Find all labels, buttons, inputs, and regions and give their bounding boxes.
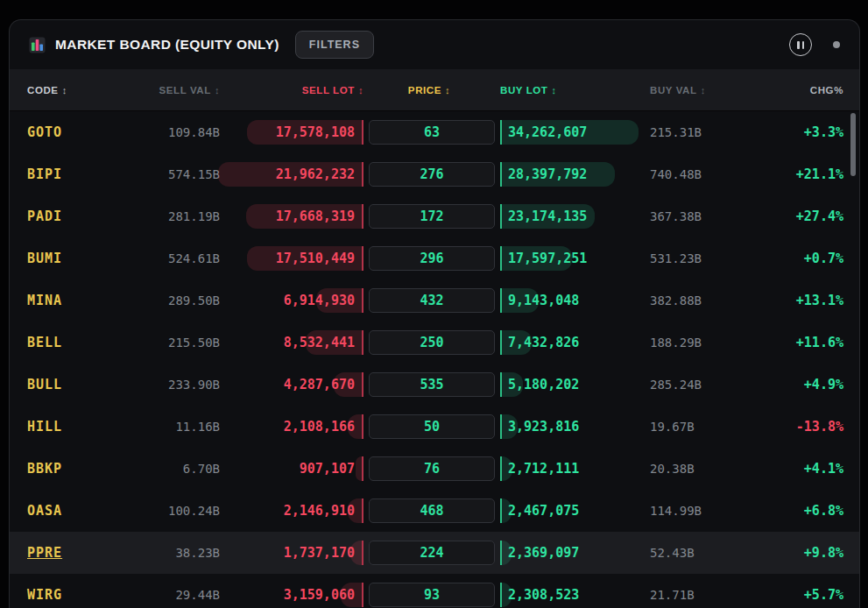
sell-lot-cell: 17,578,108 xyxy=(220,120,363,145)
buy-lot-cell: 2,712,111 xyxy=(500,456,637,481)
table-row[interactable]: OASA 100.24B 2,146,910 468 2,467,075 114… xyxy=(10,490,859,532)
sell-lot-value: 1,737,170 xyxy=(284,541,355,565)
buy-lot-cell: 3,923,816 xyxy=(500,414,637,439)
stock-code-link[interactable]: PPRE xyxy=(20,545,118,561)
column-header-sell-lot[interactable]: SELL LOT ↕ xyxy=(220,85,363,95)
price-value[interactable]: 250 xyxy=(369,330,495,355)
stock-code-link[interactable]: BBKP xyxy=(20,461,118,477)
buy-divider-line xyxy=(500,414,502,439)
price-cell[interactable]: 93 xyxy=(363,583,495,607)
vertical-scrollbar[interactable] xyxy=(850,113,856,604)
table-row[interactable]: BUMI 524.61B 17,510,449 296 17,597,251 5… xyxy=(10,237,859,279)
sell-lot-value: 2,146,910 xyxy=(284,498,355,523)
stock-code-link[interactable]: BIPI xyxy=(20,166,118,182)
chg-cell: +13.1% xyxy=(755,293,843,308)
stock-code-link[interactable]: WIRG xyxy=(20,587,118,603)
sell-val-cell: 281.19B xyxy=(118,209,220,223)
price-cell[interactable]: 250 xyxy=(363,330,495,355)
table-row[interactable]: GOTO 109.84B 17,578,108 63 34,262,607 21… xyxy=(10,111,859,153)
buy-lot-value: 2,369,097 xyxy=(508,541,579,565)
stock-code-link[interactable]: HILL xyxy=(20,419,118,435)
buy-val-cell: 285.24B xyxy=(637,378,755,392)
table-row[interactable]: BELL 215.50B 8,532,441 250 7,432,826 188… xyxy=(10,322,859,364)
price-value[interactable]: 93 xyxy=(369,583,495,607)
price-cell[interactable]: 224 xyxy=(363,541,495,565)
table-row[interactable]: HILL 11.16B 2,108,166 50 3,923,816 19.67… xyxy=(10,406,859,448)
market-rows: GOTO 109.84B 17,578,108 63 34,262,607 21… xyxy=(10,111,859,608)
sell-divider-line xyxy=(362,330,363,355)
scrollbar-thumb[interactable] xyxy=(850,113,856,176)
filters-button[interactable]: FILTERS xyxy=(295,31,374,59)
price-cell[interactable]: 172 xyxy=(363,204,495,229)
bar-chart-icon xyxy=(29,37,46,53)
column-header-chg: CHG% xyxy=(755,85,843,95)
price-cell[interactable]: 276 xyxy=(363,162,495,187)
price-value[interactable]: 224 xyxy=(369,541,495,565)
buy-lot-value: 23,174,135 xyxy=(508,204,587,229)
buy-val-cell: 20.38B xyxy=(637,462,755,476)
buy-divider-line xyxy=(500,330,502,355)
price-value[interactable]: 50 xyxy=(369,414,495,439)
stock-code-link[interactable]: PADI xyxy=(20,209,118,224)
chg-cell: +27.4% xyxy=(755,209,843,224)
buy-lot-cell: 7,432,826 xyxy=(500,330,637,355)
buy-val-cell: 114.99B xyxy=(637,504,755,518)
column-header-code[interactable]: CODE ↕ xyxy=(20,85,118,95)
buy-lot-value: 3,923,816 xyxy=(508,414,579,439)
stock-code-link[interactable]: GOTO xyxy=(20,124,118,140)
table-row[interactable]: MINA 289.50B 6,914,930 432 9,143,048 382… xyxy=(10,279,859,322)
table-row[interactable]: PADI 281.19B 17,668,319 172 23,174,135 3… xyxy=(10,195,859,237)
price-cell[interactable]: 296 xyxy=(363,246,495,271)
table-row[interactable]: PPRE 38.23B 1,737,170 224 2,369,097 52.4… xyxy=(10,532,859,574)
buy-divider-line xyxy=(500,372,502,397)
sell-divider-line xyxy=(362,246,363,271)
sell-divider-line xyxy=(362,456,363,481)
sell-divider-line xyxy=(362,204,363,229)
price-cell[interactable]: 468 xyxy=(363,498,495,523)
buy-lot-value: 28,397,792 xyxy=(508,162,587,187)
column-header-buy-val[interactable]: BUY VAL ↕ xyxy=(637,85,755,95)
buy-lot-cell: 34,262,607 xyxy=(500,120,637,145)
buy-lot-cell: 5,180,202 xyxy=(500,372,637,397)
price-value[interactable]: 468 xyxy=(369,498,495,523)
buy-divider-line xyxy=(500,498,502,523)
pause-icon[interactable] xyxy=(789,33,812,56)
sell-val-cell: 109.84B xyxy=(118,125,220,139)
sell-lot-value: 8,532,441 xyxy=(284,330,355,355)
stock-code-link[interactable]: MINA xyxy=(20,293,118,308)
table-row[interactable]: BULL 233.90B 4,287,670 535 5,180,202 285… xyxy=(10,364,859,406)
stock-code-link[interactable]: BULL xyxy=(20,377,118,392)
price-cell[interactable]: 432 xyxy=(363,288,495,313)
price-cell[interactable]: 63 xyxy=(363,120,495,145)
chg-cell: +21.1% xyxy=(755,166,843,182)
sell-lot-value: 21,962,232 xyxy=(276,162,355,187)
price-cell[interactable]: 50 xyxy=(363,414,495,439)
sell-lot-cell: 1,737,170 xyxy=(220,541,363,565)
price-cell[interactable]: 76 xyxy=(363,456,495,481)
column-header-buy-lot[interactable]: BUY LOT ↕ xyxy=(495,85,637,95)
sell-lot-value: 17,578,108 xyxy=(276,120,355,145)
column-header-price[interactable]: PRICE ↕ xyxy=(363,85,495,95)
table-row[interactable]: BBKP 6.70B 907,107 76 2,712,111 20.38B +… xyxy=(10,448,859,490)
sort-arrows-icon: ↕ xyxy=(551,85,556,95)
sell-divider-line xyxy=(362,414,363,439)
sort-arrows-icon: ↕ xyxy=(701,85,706,95)
price-value[interactable]: 76 xyxy=(369,456,495,481)
table-row[interactable]: WIRG 29.44B 3,159,060 93 2,308,523 21.71… xyxy=(10,574,859,608)
sell-val-cell: 29.44B xyxy=(118,588,220,602)
price-value[interactable]: 296 xyxy=(369,246,495,271)
price-value[interactable]: 172 xyxy=(369,204,495,229)
price-value[interactable]: 432 xyxy=(369,288,495,313)
sell-lot-cell: 17,668,319 xyxy=(220,204,363,229)
stock-code-link[interactable]: OASA xyxy=(20,503,118,519)
price-value[interactable]: 535 xyxy=(369,372,495,397)
price-value[interactable]: 63 xyxy=(369,120,495,145)
buy-lot-value: 9,143,048 xyxy=(508,288,579,313)
stock-code-link[interactable]: BUMI xyxy=(20,251,118,266)
column-header-sell-val[interactable]: SELL VAL ↕ xyxy=(118,85,220,95)
table-row[interactable]: BIPI 574.15B 21,962,232 276 28,397,792 7… xyxy=(10,153,859,195)
price-cell[interactable]: 535 xyxy=(363,372,495,397)
stock-code-link[interactable]: BELL xyxy=(20,335,118,350)
sell-val-cell: 6.70B xyxy=(118,462,220,476)
price-value[interactable]: 276 xyxy=(369,162,495,187)
